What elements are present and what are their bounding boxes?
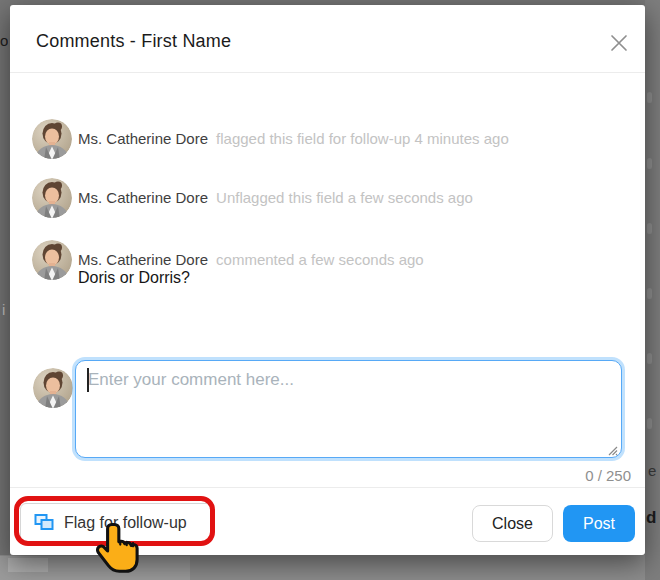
backdrop-bottom-square — [8, 558, 48, 572]
comment-input[interactable] — [75, 360, 622, 458]
flag-icon — [34, 513, 54, 532]
char-counter: 0 / 250 — [585, 467, 631, 484]
avatar — [32, 119, 72, 159]
backdrop-dot — [647, 418, 652, 429]
comment-action: flagged this field for follow-up 4 minut… — [216, 130, 509, 147]
comment-header: Ms. Catherine DoreUnflagged this field a… — [78, 189, 473, 206]
header-divider — [10, 72, 645, 73]
comment-author: Ms. Catherine Dore — [78, 130, 208, 147]
comment-action: commented a few seconds ago — [216, 251, 424, 268]
comment-header: Ms. Catherine Dorecommented a few second… — [78, 251, 424, 268]
comment-action: Unflagged this field a few seconds ago — [216, 189, 473, 206]
comment-header: Ms. Catherine Doreflagged this field for… — [78, 130, 509, 147]
backdrop-text-fragment: d — [646, 510, 658, 528]
flag-for-follow-up-button[interactable]: Flag for follow-up — [20, 503, 212, 542]
text-caret — [87, 368, 89, 392]
backdrop-text-fragment: i — [2, 302, 6, 315]
comment-text: Doris or Dorris? — [78, 269, 190, 287]
backdrop-text-fragment: o — [0, 33, 8, 50]
dialog-title: Comments - First Name — [36, 31, 231, 52]
resize-grip-icon[interactable] — [605, 443, 618, 456]
backdrop-dot — [647, 288, 652, 299]
close-icon[interactable] — [605, 29, 633, 57]
backdrop-dot — [647, 223, 652, 234]
backdrop-dot — [647, 158, 652, 169]
avatar — [32, 178, 72, 218]
backdrop-dot — [647, 353, 652, 364]
avatar — [32, 240, 72, 280]
footer-divider — [10, 487, 645, 488]
post-button[interactable]: Post — [563, 505, 635, 542]
close-button[interactable]: Close — [472, 505, 553, 542]
comment-author: Ms. Catherine Dore — [78, 251, 208, 268]
backdrop-text-fragment: e — [648, 463, 658, 478]
backdrop-dot — [647, 92, 652, 103]
comments-dialog: Comments - First Name Ms. Catherine Dore… — [10, 5, 645, 555]
avatar — [33, 368, 73, 408]
flag-button-label: Flag for follow-up — [64, 514, 187, 532]
comment-author: Ms. Catherine Dore — [78, 189, 208, 206]
